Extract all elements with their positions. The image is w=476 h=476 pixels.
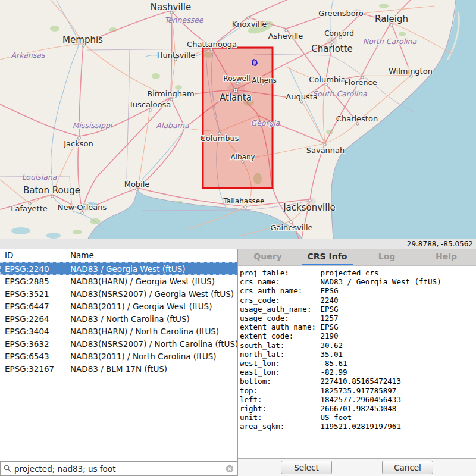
crs-info-line: bottom: 227410.85165472413	[240, 377, 476, 386]
crs-info-line: west_lon: -85.61	[240, 359, 476, 368]
search-input[interactable]	[14, 464, 223, 474]
table-row[interactable]: EPSG:32167NAD83 / BLM 17N (ftUS)	[0, 362, 237, 375]
map-city-label: Asheville	[268, 32, 303, 40]
crs-info-line: usage_auth_name: EPSG	[240, 305, 476, 314]
map-city-label: Nashville	[151, 2, 191, 12]
crs-info-line: right: 2666701.982453048	[240, 404, 476, 413]
map-city-label: Charlotte	[311, 43, 353, 54]
table-row[interactable]: EPSG:2885NAD83(HARN) / Georgia West (ftU…	[0, 275, 237, 287]
status-bar: 29.8788, -85.0562	[0, 239, 476, 249]
bottom-panel: ID Name EPSG:2240NAD83 / Georgia West (f…	[0, 249, 476, 476]
table-header: ID Name	[0, 249, 237, 262]
map-city-label: New Orleans	[58, 203, 107, 212]
crs-info-line: left: 1842577.2960456433	[240, 395, 476, 404]
tab-query[interactable]: Query	[238, 249, 298, 265]
map-state-label: Arkansas	[11, 51, 46, 60]
map-state-label: Louisiana	[21, 173, 57, 181]
map-city-label: Jackson	[63, 139, 93, 148]
map-city-label: Savannah	[306, 146, 345, 155]
map-city-dot	[247, 17, 249, 19]
vector-feature-outline	[252, 60, 257, 65]
crs-info-line: proj_table: projected_crs	[240, 268, 476, 277]
crs-info-line: south_lat: 30.62	[240, 341, 476, 350]
cell-id: EPSG:3521	[0, 289, 65, 299]
map-city-dot-inner	[235, 90, 237, 92]
cell-name: NAD83 / Georgia West (ftUS)	[65, 264, 237, 274]
map-city-label: Gainesville	[270, 223, 312, 232]
coordinate-display: 29.8788, -85.0562	[407, 240, 473, 248]
map-state-label: Georgia	[250, 118, 280, 127]
clear-search-icon[interactable]	[226, 465, 234, 473]
crs-info-line: crs_code: 2240	[240, 296, 476, 305]
tab-help[interactable]: Help	[416, 249, 476, 265]
cell-name: NAD83 / BLM 17N (ftUS)	[65, 364, 237, 374]
crs-info-line: north_lat: 35.01	[240, 350, 476, 359]
table-row[interactable]: EPSG:6447NAD83(2011) / Georgia West (ftU…	[0, 300, 237, 312]
cell-name: NAD83(NSRS2007) / North Carolina (ftUS)	[65, 339, 237, 349]
results-pane: ID Name EPSG:2240NAD83 / Georgia West (f…	[0, 249, 238, 476]
map-state-label: North Carolina	[363, 37, 417, 46]
crs-info-line: area_sqkm: 119521.02819197961	[240, 422, 476, 431]
cell-id: EPSG:3632	[0, 339, 65, 349]
crs-info-line: crs_name: NAD83 / Georgia West (ftUS)	[240, 277, 476, 286]
tab-bar: QueryCRS InfoLogHelp	[238, 249, 476, 266]
map-city-dot	[309, 199, 311, 202]
cell-id: EPSG:6447	[0, 302, 65, 311]
detail-pane: QueryCRS InfoLogHelp proj_table: project…	[238, 249, 476, 476]
crs-info-line: east_lon: -82.99	[240, 368, 476, 377]
map-city-label: Columbia	[309, 75, 345, 84]
map-city-label: Florence	[344, 78, 377, 87]
map-city-label: Atlanta	[220, 92, 252, 103]
column-header-id[interactable]: ID	[0, 249, 65, 262]
cell-id: EPSG:2240	[0, 264, 65, 274]
map-city-label: Birmingham	[147, 89, 194, 98]
map-city-label: Raleigh	[375, 14, 408, 24]
crs-info-line: usage_code: 1257	[240, 314, 476, 322]
results-table[interactable]: ID Name EPSG:2240NAD83 / Georgia West (f…	[0, 249, 237, 461]
select-button[interactable]: Select	[281, 461, 332, 474]
map-city-label: Concord	[324, 29, 354, 37]
tab-log[interactable]: Log	[357, 249, 416, 265]
cell-id: EPSG:32167	[0, 364, 65, 374]
map-city-dot	[81, 212, 83, 214]
button-bar: Select Cancel	[238, 458, 476, 476]
tab-crs-info[interactable]: CRS Info	[298, 249, 357, 265]
map-city-label: Tuscaloosa	[129, 100, 171, 109]
crs-extent-overlay	[203, 48, 273, 188]
map-city-label: Roswell	[223, 74, 250, 83]
column-header-name[interactable]: Name	[65, 250, 237, 260]
crs-info-line: unit: US foot	[240, 413, 476, 422]
map-city-label: Lafayette	[11, 204, 48, 213]
cancel-button[interactable]: Cancel	[382, 461, 433, 474]
map-city-label: Wilmington	[389, 67, 433, 76]
crs-info-line: crs_auth_name: EPSG	[240, 286, 476, 295]
cell-name: NAD83(2011) / Georgia West (ftUS)	[65, 302, 237, 311]
table-row[interactable]: EPSG:6543NAD83(2011) / North Carolina (f…	[0, 350, 237, 362]
cell-id: EPSG:3404	[0, 327, 65, 336]
map-state-label: South Carolina	[312, 89, 367, 98]
table-row[interactable]: EPSG:2240NAD83 / Georgia West (ftUS)	[0, 262, 237, 275]
table-row[interactable]: EPSG:3521NAD83(NSRS2007) / Georgia West …	[0, 287, 237, 300]
crs-info-line: extent_auth_name: EPSG	[240, 322, 476, 331]
map-state-label: Mississippi	[73, 121, 113, 130]
cell-name: NAD83(HARN) / North Carolina (ftUS)	[65, 327, 237, 336]
map-city-label: Chattanooga	[187, 40, 237, 49]
map-city-label: Tallahassee	[223, 197, 265, 205]
table-row[interactable]: EPSG:3404NAD83(HARN) / North Carolina (f…	[0, 325, 237, 337]
cell-id: EPSG:2264	[0, 314, 65, 324]
crs-explorer-window: TennesseeArkansasNorth CarolinaSouth Car…	[0, 0, 476, 476]
map-canvas[interactable]: TennesseeArkansasNorth CarolinaSouth Car…	[0, 0, 476, 239]
map-state-label: Alabama	[156, 121, 189, 130]
cell-id: EPSG:2885	[0, 277, 65, 286]
table-row[interactable]: EPSG:3632NAD83(NSRS2007) / North Carolin…	[0, 337, 237, 350]
cell-id: EPSG:6543	[0, 352, 65, 361]
crs-info-line: extent_code: 2190	[240, 331, 476, 340]
table-row[interactable]: EPSG:2264NAD83 / North Carolina (ftUS)	[0, 312, 237, 325]
map-city-label: Athens	[252, 76, 277, 84]
map-city-label: Columbus	[201, 134, 239, 143]
map-city-label: Memphis	[62, 35, 103, 45]
map-city-label: Baton Rouge	[23, 185, 80, 196]
cell-name: NAD83(NSRS2007) / Georgia West (ftUS)	[65, 289, 237, 299]
search-box[interactable]	[0, 461, 237, 476]
map-city-label: Augusta	[286, 92, 317, 101]
